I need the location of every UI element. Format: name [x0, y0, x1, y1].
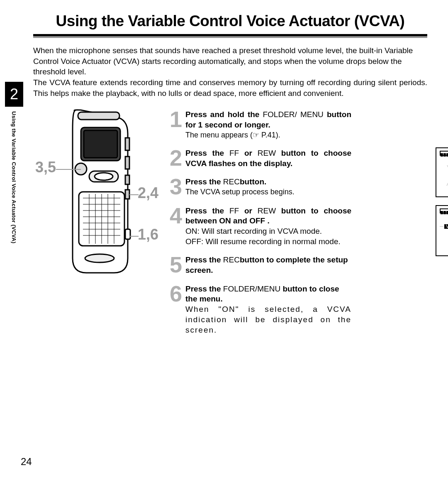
step-5: 5 Press the RECbutton to complete the se…: [168, 254, 427, 275]
callout-35: 3,5: [35, 159, 56, 176]
t: Press the: [185, 255, 223, 264]
step-heading: Press the RECbutton to complete the setu…: [185, 255, 351, 275]
page-title: Using the Variable Control Voice Actuato…: [33, 12, 427, 30]
content-row: 3,5 2,4 1,6 1 Press and hold the FOLDER/…: [33, 109, 427, 343]
svg-rect-24: [78, 112, 119, 120]
step-3: 3 Press the RECbutton. The VCVA setup pr…: [168, 176, 427, 197]
svg-rect-21: [125, 190, 129, 199]
intro-p2: The VCVA feature extends recording time …: [33, 77, 427, 98]
t: or: [239, 206, 258, 215]
step-number: 5: [168, 254, 184, 275]
t: or: [239, 149, 258, 157]
step-heading: Press and hold the FOLDER/ MENU button f…: [185, 110, 351, 130]
t: Press the: [185, 177, 223, 186]
step-1: 1 Press and hold the FOLDER/ MENU button…: [168, 109, 427, 140]
step-sub: The menu appears (☞ P.41).: [185, 130, 351, 140]
svg-point-23: [85, 254, 114, 262]
intro-p1: When the microphone senses that sounds h…: [33, 45, 427, 77]
step-heading: Press the RECbutton.: [185, 177, 351, 187]
svg-rect-22: [125, 229, 130, 239]
svg-point-4: [95, 173, 113, 180]
intro-block: When the microphone senses that sounds h…: [33, 45, 427, 98]
battery-icon: [440, 151, 448, 156]
svg-rect-19: [125, 157, 129, 169]
step-sub: When "ON" is selected, a VCVA indication…: [185, 304, 351, 335]
lcd-label: MIC SENSE: [440, 186, 448, 193]
device-illustration: 3,5 2,4 1,6: [33, 109, 166, 343]
step-number: 2: [168, 147, 184, 169]
t: Press the: [185, 206, 229, 215]
step-sub: The VCVA setup process begins.: [185, 187, 351, 197]
lcd-title: 【 VCVA 】: [440, 230, 448, 238]
callout-16: 1,6: [138, 226, 158, 243]
t: Press and hold the: [185, 110, 263, 119]
step-6: 6 Press the FOLDER/MENU button to close …: [168, 283, 427, 335]
callout-line-35: [56, 169, 81, 170]
lcd-label-hl: VCVA: [444, 224, 448, 229]
svg-rect-20: [125, 175, 129, 184]
svg-rect-1: [84, 130, 117, 158]
flash-icon: ─: [440, 223, 443, 229]
lcd-screen-submenu: ╲╲ SUB MENU ╱╱ ─ VCVA ─ ╱╱ REC MODE ╲╲ M…: [436, 147, 448, 197]
step-4: 4 Press the FF or REW button to choose b…: [168, 205, 427, 247]
step-heading: Press the FOLDER/MENU button to close th…: [185, 284, 351, 304]
t: REW: [258, 149, 276, 157]
title-rule-thin: [33, 37, 427, 38]
steps-column: 1 Press and hold the FOLDER/ MENU button…: [166, 109, 427, 343]
recorder-device-icon: [33, 109, 149, 279]
lcd-label: OFF: [440, 245, 448, 252]
callout-line-24: [129, 194, 139, 195]
callout-line-16: [129, 236, 139, 237]
t: Press the: [185, 149, 229, 157]
side-running-title: Using the Variable Control Voice Actuato…: [11, 111, 17, 243]
battery-icon: [440, 208, 448, 213]
page-number: 24: [21, 456, 32, 468]
step-2: 2 Press the FF or REW button to choose V…: [168, 147, 427, 169]
t: FOLDER/MENU: [223, 284, 280, 293]
chapter-number: 2: [5, 82, 23, 107]
step-heading: Press the FF or REW button to choose bet…: [185, 206, 351, 226]
step-number: 3: [168, 176, 184, 197]
step-on: ON: Will start recording in VCVA mode.: [185, 226, 351, 237]
svg-rect-18: [125, 138, 129, 150]
t: FOLDER/ MENU: [263, 110, 323, 119]
step-heading: Press the FF or REW button to choose VCV…: [185, 148, 351, 169]
step-off: OFF: Will resume recording in normal mod…: [185, 237, 351, 247]
step-number: 1: [168, 109, 184, 130]
t: REC: [223, 255, 240, 264]
t: FF: [229, 206, 239, 215]
t: REC: [223, 177, 240, 186]
t: FF: [229, 149, 239, 157]
title-rule-thick: [33, 34, 427, 37]
lcd-screen-vcva: ─ VCVA ─ 【 VCVA 】 ─ ON ─ OFF: [436, 205, 448, 256]
t: button.: [240, 177, 266, 186]
t: REW: [258, 206, 276, 215]
t: Press the: [185, 284, 223, 293]
step-number: 4: [168, 205, 184, 226]
step-number: 6: [168, 283, 184, 304]
callout-24: 2,4: [138, 184, 158, 202]
